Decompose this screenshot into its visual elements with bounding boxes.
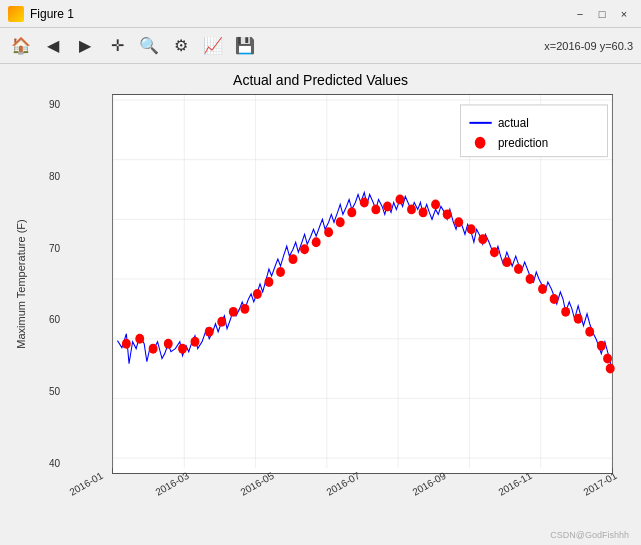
y-tick-60: 60 xyxy=(32,314,60,325)
watermark: CSDN@GodFishhh xyxy=(550,530,629,540)
pred-dot xyxy=(347,207,356,217)
toolbar-status: x=2016-09 y=60.3 xyxy=(544,40,633,52)
pan-button[interactable]: ✛ xyxy=(104,33,130,59)
pred-dot xyxy=(217,317,226,327)
y-tick-80: 80 xyxy=(32,171,60,182)
pred-dot xyxy=(205,327,214,337)
pred-dot xyxy=(371,204,380,214)
pred-dot xyxy=(550,294,559,304)
chart-button[interactable]: 📈 xyxy=(200,33,226,59)
pred-dot xyxy=(312,237,321,247)
pred-dot xyxy=(253,289,262,299)
maximize-button[interactable]: □ xyxy=(593,5,611,23)
legend-prediction-label: prediction xyxy=(498,135,548,150)
back-button[interactable]: ◀ xyxy=(40,33,66,59)
plot-area[interactable]: actual prediction xyxy=(112,94,613,474)
pred-dot xyxy=(289,254,298,264)
pred-dot xyxy=(603,354,612,364)
plot-svg: actual prediction xyxy=(113,95,612,473)
pred-dot xyxy=(240,304,249,314)
x-tick-2016-01: 2016-01 xyxy=(67,470,104,498)
pred-dot xyxy=(229,307,238,317)
y-tick-50: 50 xyxy=(32,386,60,397)
y-tick-70: 70 xyxy=(32,243,60,254)
pred-dot xyxy=(122,339,131,349)
title-bar: Figure 1 − □ × xyxy=(0,0,641,28)
pred-dot xyxy=(478,234,487,244)
minimize-button[interactable]: − xyxy=(571,5,589,23)
pred-dot xyxy=(606,364,615,374)
pred-dot xyxy=(419,207,428,217)
configure-button[interactable]: ⚙ xyxy=(168,33,194,59)
y-tick-40: 40 xyxy=(32,458,60,469)
pred-dot xyxy=(514,264,523,274)
forward-button[interactable]: ▶ xyxy=(72,33,98,59)
pred-dot xyxy=(443,209,452,219)
pred-dot xyxy=(561,307,570,317)
plot-container: Actual and Predicted Values Maximum Temp… xyxy=(0,64,641,545)
pred-dot xyxy=(191,337,200,347)
pred-dot xyxy=(490,247,499,257)
pred-dot xyxy=(336,217,345,227)
pred-dot xyxy=(502,257,511,267)
legend-actual-label: actual xyxy=(498,115,529,130)
pred-dot xyxy=(538,284,547,294)
legend-prediction-dot xyxy=(475,137,486,149)
pred-dot xyxy=(454,217,463,227)
y-tick-90: 90 xyxy=(32,99,60,110)
pred-dot xyxy=(324,227,333,237)
pred-dot xyxy=(526,274,535,284)
window-title: Figure 1 xyxy=(30,7,74,21)
pred-dot xyxy=(300,244,309,254)
close-button[interactable]: × xyxy=(615,5,633,23)
y-axis-label: Maximum Temperature (F) xyxy=(15,219,27,348)
window-controls: − □ × xyxy=(571,5,633,23)
plot-title: Actual and Predicted Values xyxy=(10,72,631,88)
pred-dot xyxy=(395,194,404,204)
app-icon xyxy=(8,6,24,22)
pred-dot xyxy=(178,344,187,354)
pred-dot xyxy=(574,314,583,324)
pred-dot xyxy=(431,199,440,209)
pred-dot xyxy=(383,201,392,211)
pred-dot xyxy=(585,327,594,337)
pred-dot xyxy=(597,341,606,351)
pred-dot xyxy=(407,204,416,214)
zoom-button[interactable]: 🔍 xyxy=(136,33,162,59)
toolbar: 🏠 ◀ ▶ ✛ 🔍 ⚙ 📈 💾 x=2016-09 y=60.3 xyxy=(0,28,641,64)
home-button[interactable]: 🏠 xyxy=(8,33,34,59)
x-axis: 2016-01 2016-03 2016-05 2016-07 2016-09 … xyxy=(60,479,621,490)
pred-dot xyxy=(135,334,144,344)
pred-dot xyxy=(360,197,369,207)
pred-dot xyxy=(149,344,158,354)
pred-dot xyxy=(276,267,285,277)
pred-dot xyxy=(164,339,173,349)
save-button[interactable]: 💾 xyxy=(232,33,258,59)
pred-dot xyxy=(467,224,476,234)
pred-dot xyxy=(264,277,273,287)
